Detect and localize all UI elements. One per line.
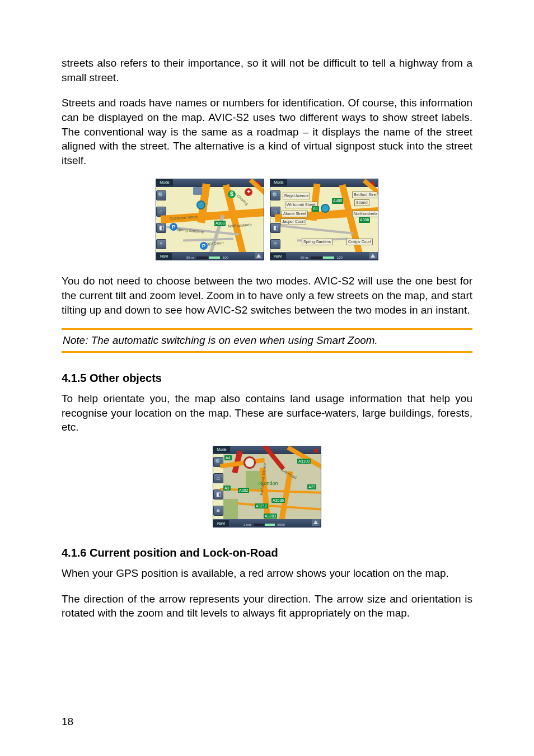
road-shield: A3036 [271,498,285,503]
map-screenshot-angled-labels: Mode 🔍 ⌂ ◧ ≡ Cockspur Street Spring Gard… [156,179,264,260]
menu-icon[interactable]: ≡ [213,506,223,516]
road-shield: A4 [312,206,319,211]
body-paragraph: Streets and roads have names or numbers … [62,96,472,167]
north-arrow-icon[interactable] [255,252,263,259]
gps-position-marker [243,456,256,469]
section-heading: 4.1.5 Other objects [62,371,472,386]
mode-label: Mode [213,446,230,453]
map-scale: 50 m 100 ft [185,254,230,259]
museum-icon [193,187,202,195]
body-paragraph: When your GPS position is available, a r… [62,566,472,581]
body-paragraph: streets also refers to their importance,… [62,56,472,85]
map-scale: 50 m 100 ft [299,254,344,259]
compass-icon[interactable]: ⌂ [213,473,223,483]
parking-icon: P [200,242,208,250]
street-label-boxed: Strand [354,199,369,206]
body-paragraph: The direction of the arrow represents yo… [62,592,472,620]
nav-label: Navi [213,520,229,527]
road-shield: A3203 [264,514,277,519]
street-label-boxed: Spring Gardens [302,239,332,245]
street-label-boxed: Regal Avenue [283,193,310,199]
mode-label: Mode [270,179,287,186]
road-shield: A3100 [297,459,311,464]
map-scale: 2 km 5000 ft [242,521,287,526]
tool-icon[interactable]: ◧ [213,489,223,500]
road-shield: A4 [224,455,232,460]
mode-label: Mode [156,179,173,186]
body-paragraph: You do not need to choose between the tw… [62,274,472,317]
zoom-icon[interactable]: 🔍 [270,190,280,200]
street-label-boxed: Bedford Stre [352,192,377,198]
tool-icon[interactable]: ◧ [270,223,280,233]
street-label: Spring Gardens [176,227,204,235]
road-shield: A400 [332,198,343,203]
street-label-boxed: Abone Street [282,211,308,217]
north-arrow-icon[interactable] [312,519,320,526]
map-screenshot-single: Mode 🔍 ⌂ ◧ ≡ ○London York Road Parl [62,446,472,528]
road-shield: A3 [223,486,231,491]
street-label-boxed: Jacpur Court [280,218,306,225]
direction-icon [313,447,318,452]
zoom-icon[interactable]: 🔍 [156,190,166,200]
menu-icon[interactable]: ≡ [156,239,166,249]
map-screenshot-box-labels: Mode 🔍 ⌂ ◧ ≡ Regal Avenue Whitcomb Stree… [270,179,378,260]
body-paragraph: To help orientate you, the map also cont… [62,391,472,435]
map-screenshot-pair: Mode 🔍 ⌂ ◧ ≡ Cockspur Street Spring Gard… [62,179,472,260]
nav-label: Navi [156,253,172,260]
street-label-boxed: Craig's Court [346,239,373,245]
road-shield: A302 [238,488,249,493]
poi-red-icon: ✚ [245,188,252,196]
note-text: Note: The automatic switching is on even… [63,334,378,346]
section-heading: 4.1.6 Current position and Lock-on-Road [62,545,472,561]
street-label-boxed: Northumberlan [352,211,378,217]
park-area [223,499,238,519]
map-screenshot-landuse: Mode 🔍 ⌂ ◧ ≡ ○London York Road Parl [213,446,321,528]
note-callout: Note: The automatic switching is on even… [62,328,472,353]
tool-icon[interactable]: ◧ [156,223,166,233]
road-shield: A3212 [255,503,268,508]
menu-icon[interactable]: ≡ [270,239,280,249]
road-shield: A308 [214,221,226,226]
north-arrow-icon[interactable] [369,252,377,259]
road-shield: A308 [359,217,370,222]
nav-label: Navi [270,253,286,260]
bank-icon: $ [228,190,236,198]
road-shield: A23 [307,484,316,489]
